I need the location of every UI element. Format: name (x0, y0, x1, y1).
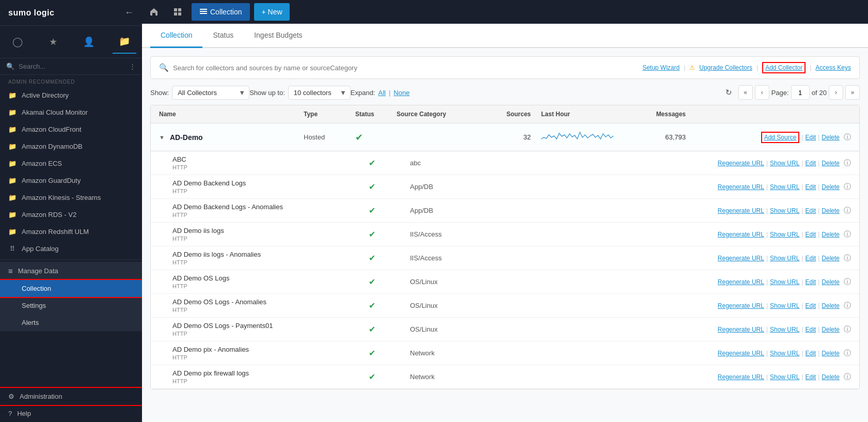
first-page-button[interactable]: « (738, 85, 753, 100)
sidebar-item-cloudfront[interactable]: 📁 Amazon CloudFront (0, 121, 142, 138)
regenerate-url-link[interactable]: Regenerate URL (718, 302, 764, 309)
sidebar-item-app-catalog[interactable]: ⠿ App Catalog (0, 240, 142, 257)
source-info-icon[interactable]: ⓘ (844, 159, 851, 168)
access-keys-link[interactable]: Access Keys (815, 64, 851, 71)
edit-source-link[interactable]: Edit (806, 183, 816, 191)
setup-wizard-link[interactable]: Setup Wizard (642, 64, 680, 71)
expand-none-link[interactable]: None (393, 89, 409, 97)
manage-data-header[interactable]: ≡ Manage Data (0, 262, 142, 280)
delete-source-link[interactable]: Delete (822, 302, 840, 309)
edit-source-link[interactable]: Edit (806, 373, 816, 381)
sidebar-icon-shared[interactable]: 👤 (77, 30, 101, 54)
delete-collector-link[interactable]: Delete (822, 134, 840, 141)
source-info-icon[interactable]: ⓘ (844, 325, 851, 334)
show-url-link[interactable]: Show URL (770, 278, 799, 286)
edit-source-link[interactable]: Edit (806, 302, 816, 309)
show-url-link[interactable]: Show URL (770, 255, 799, 262)
regenerate-url-link[interactable]: Regenerate URL (718, 350, 764, 357)
delete-source-link[interactable]: Delete (822, 278, 840, 286)
delete-source-link[interactable]: Delete (822, 160, 840, 167)
show-url-link[interactable]: Show URL (770, 302, 799, 309)
regenerate-url-link[interactable]: Regenerate URL (718, 183, 764, 191)
last-page-button[interactable]: » (845, 85, 860, 100)
edit-source-link[interactable]: Edit (806, 160, 816, 167)
show-up-to-select[interactable]: 10 collectors 25 collectors 50 collector… (288, 86, 351, 100)
delete-source-link[interactable]: Delete (822, 350, 840, 357)
edit-source-link[interactable]: Edit (806, 207, 816, 214)
show-url-link[interactable]: Show URL (770, 207, 799, 214)
regenerate-url-link[interactable]: Regenerate URL (718, 373, 764, 381)
regenerate-url-link[interactable]: Regenerate URL (718, 207, 764, 214)
upgrade-collectors-link[interactable]: Upgrade Collectors (699, 64, 752, 71)
source-info-icon[interactable]: ⓘ (844, 230, 851, 239)
sidebar-search-input[interactable] (19, 62, 125, 70)
new-nav-button[interactable]: + New (254, 3, 289, 21)
next-page-button[interactable]: › (829, 85, 843, 100)
edit-source-link[interactable]: Edit (806, 278, 816, 286)
sidebar-options-icon[interactable]: ⋮ (129, 62, 136, 70)
show-url-link[interactable]: Show URL (770, 326, 799, 333)
back-button[interactable]: ← (124, 7, 134, 18)
sidebar-icon-favorites[interactable]: ★ (41, 30, 65, 54)
add-collector-button[interactable]: Add Collector (762, 62, 806, 73)
regenerate-url-link[interactable]: Regenerate URL (718, 326, 764, 333)
sidebar-item-alerts[interactable]: Alerts (0, 314, 142, 331)
delete-source-link[interactable]: Delete (822, 255, 840, 262)
show-select[interactable]: All Collectors Installed Collectors Host… (172, 86, 249, 100)
delete-source-link[interactable]: Delete (822, 183, 840, 191)
regenerate-url-link[interactable]: Regenerate URL (718, 160, 764, 167)
page-input[interactable]: 1 (791, 85, 810, 100)
sidebar-icon-library[interactable]: 📁 (113, 30, 136, 54)
source-info-icon[interactable]: ⓘ (844, 254, 851, 263)
edit-source-link[interactable]: Edit (806, 350, 816, 357)
delete-source-link[interactable]: Delete (822, 231, 840, 238)
home-nav-button[interactable] (142, 0, 166, 24)
sidebar-item-help[interactable]: ? Help (0, 405, 142, 422)
delete-source-link[interactable]: Delete (822, 207, 840, 214)
source-info-icon[interactable]: ⓘ (844, 206, 851, 215)
sidebar-item-settings[interactable]: Settings (0, 297, 142, 314)
show-url-link[interactable]: Show URL (770, 350, 799, 357)
tab-status[interactable]: Status (202, 24, 244, 48)
source-info-icon[interactable]: ⓘ (844, 182, 851, 192)
show-url-link[interactable]: Show URL (770, 373, 799, 381)
delete-source-link[interactable]: Delete (822, 326, 840, 333)
source-info-icon[interactable]: ⓘ (844, 372, 851, 382)
sidebar-item-rds[interactable]: 📁 Amazon RDS - V2 (0, 206, 142, 223)
edit-source-link[interactable]: Edit (806, 255, 816, 262)
edit-collector-link[interactable]: Edit (806, 134, 816, 141)
regenerate-url-link[interactable]: Regenerate URL (718, 278, 764, 286)
show-url-link[interactable]: Show URL (770, 160, 799, 167)
edit-source-link[interactable]: Edit (806, 326, 816, 333)
sidebar-item-kinesis[interactable]: 📁 Amazon Kinesis - Streams (0, 189, 142, 206)
regenerate-url-link[interactable]: Regenerate URL (718, 255, 764, 262)
sidebar-item-dynamodb[interactable]: 📁 Amazon DynamoDB (0, 138, 142, 155)
sidebar-item-akamai[interactable]: 📁 Akamai Cloud Monitor (0, 104, 142, 121)
regenerate-url-link[interactable]: Regenerate URL (718, 231, 764, 238)
source-info-icon[interactable]: ⓘ (844, 277, 851, 287)
add-source-button[interactable]: Add Source (761, 132, 800, 143)
expand-all-link[interactable]: All (378, 89, 386, 97)
source-info-icon[interactable]: ⓘ (844, 301, 851, 310)
search-input[interactable] (173, 64, 642, 72)
tab-ingest-budgets[interactable]: Ingest Budgets (244, 24, 312, 48)
delete-source-link[interactable]: Delete (822, 373, 840, 381)
expand-chevron-icon[interactable]: ▼ (159, 134, 165, 140)
sidebar-item-administration[interactable]: ⚙ Administration (0, 388, 142, 405)
sidebar-icon-recents[interactable]: ◯ (6, 30, 29, 54)
show-url-link[interactable]: Show URL (770, 183, 799, 191)
prev-page-button[interactable]: ‹ (755, 85, 769, 100)
collection-nav-tab[interactable]: Collection (192, 3, 250, 21)
collector-info-icon[interactable]: ⓘ (844, 133, 851, 142)
edit-source-link[interactable]: Edit (806, 231, 816, 238)
grid-nav-button[interactable] (166, 0, 190, 24)
sidebar-item-guardduty[interactable]: 📁 Amazon GuardDuty (0, 172, 142, 189)
sidebar-item-ecs[interactable]: 📁 Amazon ECS (0, 155, 142, 172)
sidebar-item-redshift[interactable]: 📁 Amazon Redshift ULM (0, 223, 142, 240)
tab-collection[interactable]: Collection (150, 24, 202, 48)
refresh-button[interactable]: ↻ (722, 85, 736, 100)
show-url-link[interactable]: Show URL (770, 231, 799, 238)
sidebar-item-active-directory[interactable]: 📁 Active Directory (0, 87, 142, 104)
sidebar-item-collection[interactable]: Collection (0, 280, 142, 297)
source-info-icon[interactable]: ⓘ (844, 349, 851, 358)
